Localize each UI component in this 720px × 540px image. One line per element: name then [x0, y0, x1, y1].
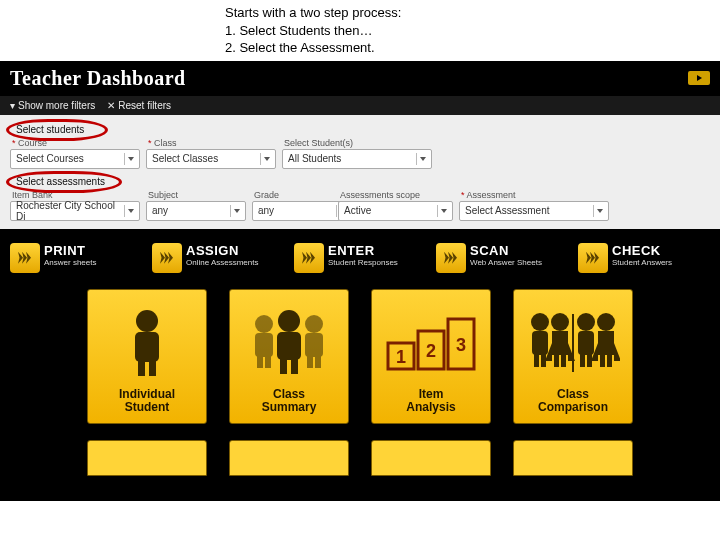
print-sub: Answer sheets: [44, 258, 96, 267]
enter-action[interactable]: ENTERStudent Responses: [294, 243, 426, 273]
svg-rect-28: [561, 352, 566, 367]
filters-bar: ▾Show more filters ✕Reset filters: [0, 96, 720, 115]
check-sub: Student Answers: [612, 258, 672, 267]
filter-panel: Select students Course Select Courses Cl…: [0, 115, 720, 229]
chevron-down-icon: [124, 205, 136, 217]
youtube-icon[interactable]: [688, 71, 710, 85]
scope-dropdown[interactable]: Active: [338, 201, 453, 221]
numbered-boxes-icon: 1 2 3: [382, 300, 480, 387]
show-more-filters-label: Show more filters: [18, 100, 95, 111]
chevron-down-icon: [437, 205, 449, 217]
close-icon: ✕: [107, 100, 115, 111]
assign-sub: Online Assessments: [186, 258, 258, 267]
subject-label: Subject: [148, 190, 246, 200]
svg-rect-35: [600, 352, 605, 367]
reset-filters[interactable]: ✕Reset filters: [107, 100, 171, 111]
itembank-value: Rochester City School Di: [16, 200, 123, 222]
svg-rect-27: [554, 352, 559, 367]
select-assessments-text: Select assessments: [16, 176, 105, 187]
svg-rect-29: [572, 314, 574, 372]
assessment-label: Assessment: [461, 190, 609, 200]
report-tile-partial[interactable]: [229, 440, 349, 476]
print-action[interactable]: PRINTAnswer sheets: [10, 243, 142, 273]
svg-point-0: [136, 310, 158, 332]
select-students-text: Select students: [16, 124, 84, 135]
instruction-caption: Starts with a two step process: 1. Selec…: [0, 0, 720, 61]
subject-value: any: [152, 205, 168, 216]
tile-label: ClassComparison: [538, 388, 608, 414]
person-icon: [98, 300, 196, 387]
titlebar: Teacher Dashboard: [0, 61, 720, 96]
students-dropdown[interactable]: All Students: [282, 149, 432, 169]
svg-point-22: [531, 313, 549, 331]
chevron-down-icon: [230, 205, 242, 217]
scan-title: SCAN: [470, 243, 542, 258]
svg-rect-33: [587, 352, 592, 367]
partial-tile-row: [0, 434, 720, 476]
assign-title: ASSIGN: [186, 243, 258, 258]
class-label: Class: [148, 138, 276, 148]
class-comparison-tile[interactable]: ClassComparison: [513, 289, 633, 424]
class-summary-tile[interactable]: ClassSummary: [229, 289, 349, 424]
course-value: Select Courses: [16, 153, 84, 164]
course-dropdown[interactable]: Select Courses: [10, 149, 140, 169]
itembank-label: Item Bank: [12, 190, 140, 200]
grade-label: Grade: [254, 190, 332, 200]
scan-action[interactable]: SCANWeb Answer Sheets: [436, 243, 568, 273]
svg-rect-36: [607, 352, 612, 367]
svg-rect-6: [257, 354, 263, 368]
svg-rect-3: [149, 358, 156, 376]
subject-dropdown[interactable]: any: [146, 201, 246, 221]
svg-rect-7: [265, 354, 271, 368]
class-dropdown[interactable]: Select Classes: [146, 149, 276, 169]
check-action[interactable]: CHECKStudent Answers: [578, 243, 710, 273]
people-group-icon: [240, 300, 338, 387]
tile-label: ClassSummary: [262, 388, 317, 414]
report-tile-partial[interactable]: [371, 440, 491, 476]
students-label: Select Student(s): [284, 138, 432, 148]
assessments-fields: Item Bank Rochester City School Di Subje…: [10, 190, 710, 221]
course-label: Course: [12, 138, 140, 148]
svg-rect-15: [291, 357, 298, 374]
select-assessments-heading: Select assessments: [12, 175, 109, 188]
svg-rect-24: [534, 352, 539, 367]
assign-action[interactable]: ASSIGNOnline Assessments: [152, 243, 284, 273]
individual-student-tile[interactable]: IndividualStudent: [87, 289, 207, 424]
caption-line1: Starts with a two step process:: [225, 4, 720, 22]
svg-rect-31: [578, 331, 594, 355]
svg-rect-32: [580, 352, 585, 367]
assessment-dropdown[interactable]: Select Assessment: [459, 201, 609, 221]
tile-label: IndividualStudent: [119, 388, 175, 414]
item-analysis-tile[interactable]: 1 2 3 ItemAnalysis: [371, 289, 491, 424]
svg-text:1: 1: [396, 347, 406, 367]
svg-point-8: [305, 315, 323, 333]
caption-line3: 2. Select the Assessment.: [225, 39, 720, 57]
people-compare-icon: [524, 300, 622, 387]
itembank-dropdown[interactable]: Rochester City School Di: [10, 201, 140, 221]
chevron-down-icon: [260, 153, 272, 165]
svg-rect-11: [315, 354, 321, 368]
caption-line2: 1. Select Students then…: [225, 22, 720, 40]
svg-rect-1: [135, 332, 159, 362]
reset-filters-label: Reset filters: [118, 100, 171, 111]
report-tile-partial[interactable]: [87, 440, 207, 476]
report-tile-partial[interactable]: [513, 440, 633, 476]
enter-title: ENTER: [328, 243, 398, 258]
svg-rect-9: [305, 333, 323, 357]
svg-point-26: [551, 313, 569, 331]
svg-rect-25: [541, 352, 546, 367]
grade-value: any: [258, 205, 274, 216]
tile-label: ItemAnalysis: [406, 388, 455, 414]
chevron-down-icon: [593, 205, 605, 217]
svg-point-12: [278, 310, 300, 332]
svg-text:3: 3: [456, 335, 466, 355]
action-row: PRINTAnswer sheets ASSIGNOnline Assessme…: [0, 229, 720, 279]
students-fields: Course Select Courses Class Select Class…: [10, 138, 710, 169]
check-title: CHECK: [612, 243, 672, 258]
teacher-dashboard-app: Teacher Dashboard ▾Show more filters ✕Re…: [0, 61, 720, 501]
chevron-down-icon: [124, 153, 136, 165]
svg-point-30: [577, 313, 595, 331]
show-more-filters[interactable]: ▾Show more filters: [10, 100, 95, 111]
scan-sub: Web Answer Sheets: [470, 258, 542, 267]
grade-dropdown[interactable]: any: [252, 201, 352, 221]
